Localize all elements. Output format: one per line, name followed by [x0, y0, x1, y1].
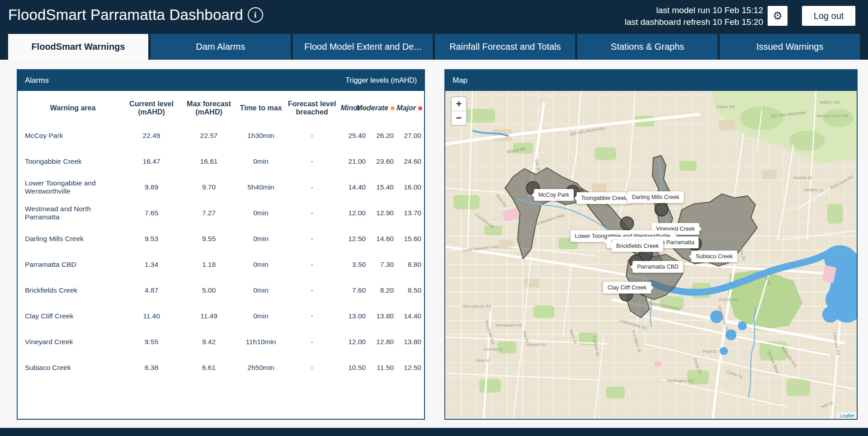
cell-time-to-max: 5h40min [237, 183, 284, 191]
table-row-vineyard-creek: Vineyard Creek9.559.4211h10min-12.0012.8… [18, 329, 424, 355]
map-panel-header: Map [445, 70, 857, 91]
tab-dam-alarms[interactable]: Dam Alarms [151, 34, 291, 60]
cell-minor: 21.00 [340, 157, 368, 166]
cell-minor: 12.00 [340, 338, 368, 346]
cell-moderate: 15.40 [368, 183, 396, 191]
major-dot-icon [418, 106, 422, 110]
app-header: FloodSmart Parramatta Dashboard i last m… [0, 0, 868, 34]
map-panel: Map [444, 69, 858, 420]
map-panel-title: Map [453, 76, 467, 85]
road-label: Malton Rd [820, 100, 839, 104]
table-row-clay-cliff-creek: Clay Cliff Creek11.4011.490min-13.0013.8… [18, 303, 424, 329]
cell-moderate: 12.80 [368, 338, 396, 346]
road-label: Ada St [820, 400, 834, 409]
road-label: Murray Farm Rd [816, 113, 848, 118]
map-label-darling-mills-creek[interactable]: Darling Mills Creek [627, 191, 684, 203]
cell-max-forecast: 16.61 [180, 157, 237, 166]
cell-major: 13.70 [396, 209, 424, 217]
cell-time-to-max: 1h30min [237, 132, 284, 140]
cell-major: 24.60 [396, 157, 424, 166]
cell-current: 11.40 [123, 312, 180, 320]
cell-breached: - [284, 286, 340, 294]
table-row-subiaco-creek: Subiaco Creek6.386.612h50min-10.5011.501… [18, 355, 424, 380]
alarms-table: Warning area Current level (mAHD) Max fo… [18, 91, 424, 380]
table-row-westmead-and-north-parramatta: Westmead and North Parramatta7.657.270mi… [18, 200, 424, 226]
road-label: Woodville Rd [484, 319, 495, 345]
cell-max-forecast: 9.70 [180, 183, 237, 191]
major-label: Major [396, 104, 416, 112]
road-label: Warren St [526, 342, 546, 347]
info-icon[interactable]: i [248, 7, 263, 23]
table-row-brickfields-creek: Brickfields Creek4.875.000min-7.608.208.… [18, 277, 424, 303]
road-label: Excelsior St [632, 330, 642, 353]
road-label: Carter St [726, 369, 744, 380]
cell-major: 12.50 [396, 364, 424, 372]
road-label: Dunlop St [793, 175, 812, 180]
road-label: Eaton Rd [717, 104, 735, 109]
cell-area: Toongabbie Creek [18, 157, 123, 166]
cell-minor: 12.00 [340, 209, 368, 217]
cell-max-forecast: 11.49 [180, 312, 237, 320]
page-title: FloodSmart Parramatta Dashboard i [8, 6, 263, 24]
table-row-mccoy-park: McCoy Park22.4922.571h30min-25.4026.2027… [18, 123, 424, 148]
cell-moderate: 13.80 [368, 312, 396, 320]
page-title-text: FloodSmart Parramatta Dashboard [8, 6, 243, 24]
cell-time-to-max: 0min [237, 261, 284, 269]
cell-time-to-max: 11h10min [237, 338, 284, 346]
trigger-levels-header: Trigger levels (mAHD) [345, 76, 417, 85]
tab-rainfall-forecast-and-totals[interactable]: Rainfall Forecast and Totals [435, 34, 575, 60]
tab-flood-model-extent-and-de[interactable]: Flood Model Extent and De... [293, 34, 433, 60]
table-row-parramatta-cbd: Parramatta CBD1.341.180min-3.507.308.80 [18, 251, 424, 277]
cell-breached: - [284, 312, 340, 320]
col-time-to-max: Time to max [237, 104, 284, 112]
leaflet-attribution[interactable]: Leaflet [837, 412, 857, 419]
cell-moderate: 7.30 [368, 261, 396, 269]
cell-moderate: 11.50 [368, 364, 396, 372]
map-marker[interactable] [655, 203, 669, 217]
road-label: Jane St [475, 358, 490, 363]
map-zoom-control: + − [451, 96, 467, 126]
cell-area: Lower Toongabbie and Wentworthville [18, 179, 123, 195]
logout-button[interactable]: Log out [802, 6, 855, 26]
cell-minor: 7.60 [340, 286, 368, 294]
map-label-parramatta-cbd[interactable]: Parramatta CBD [632, 261, 683, 273]
content-area: Alarms Trigger levels (mAHD) Warning are… [0, 60, 868, 428]
cell-time-to-max: 0min [237, 157, 284, 166]
map[interactable]: Abbott RdM2 Hills MotorwayM2 Hills Motor… [445, 91, 857, 419]
cell-moderate: 12.90 [368, 209, 396, 217]
cell-major: 16.00 [396, 183, 424, 191]
zoom-out-button[interactable]: − [452, 111, 466, 125]
cell-max-forecast: 9.42 [180, 338, 237, 346]
cell-moderate: 26.20 [368, 132, 396, 140]
road-label: Fairfield St [591, 335, 600, 356]
cell-minor: 3.50 [340, 261, 368, 269]
map-label-subiaco-creek[interactable]: Subiaco Creek [691, 251, 737, 262]
road-label: Paul St [703, 349, 717, 354]
alarms-panel: Alarms Trigger levels (mAHD) Warning are… [17, 69, 425, 420]
road-label: Mobbs Ln [804, 187, 823, 192]
map-label-mccoy-park[interactable]: McCoy Park [534, 189, 574, 201]
alarms-panel-title: Alarms [25, 76, 49, 85]
cell-breached: - [284, 364, 340, 372]
map-label-clay-cliff-creek[interactable]: Clay Cliff Creek [603, 282, 651, 294]
tab-stations-graphs[interactable]: Stations & Graphs [577, 34, 717, 60]
cell-minor: 25.40 [340, 132, 368, 140]
table-row-lower-toongabbie-and-wentworthville: Lower Toongabbie and Wentworthville9.899… [18, 174, 424, 200]
tab-floodsmart-warnings[interactable]: FloodSmart Warnings [8, 34, 148, 60]
last-model-run: last model run 10 Feb 15:12 [625, 5, 763, 16]
cell-max-forecast: 22.57 [180, 132, 237, 140]
settings-button[interactable]: ⚙ [768, 6, 788, 26]
cell-breached: - [284, 132, 340, 140]
zoom-in-button[interactable]: + [452, 97, 466, 111]
tab-issued-warnings[interactable]: Issued Warnings [720, 34, 860, 60]
moderate-dot-icon [391, 106, 395, 110]
tab-bar: FloodSmart WarningsDam AlarmsFlood Model… [0, 34, 868, 60]
cell-current: 9.55 [123, 338, 180, 346]
cell-moderate: 23.60 [368, 157, 396, 166]
cell-area: McCoy Park [18, 132, 123, 140]
cell-major: 8.80 [396, 261, 424, 269]
map-label-brickfields-creek[interactable]: Brickfields Creek [612, 240, 663, 252]
map-marker[interactable] [620, 217, 634, 231]
gear-icon: ⚙ [773, 9, 783, 22]
col-max-forecast: Max forecast (mAHD) [180, 100, 237, 116]
